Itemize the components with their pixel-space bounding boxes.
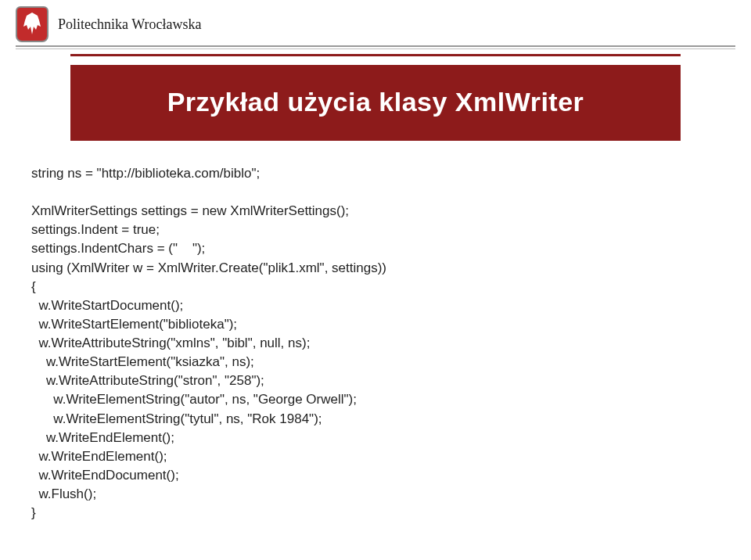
code-line: w.WriteElementString("autor", ns, "Georg… <box>31 390 720 409</box>
code-line: w.WriteEndDocument(); <box>31 466 720 485</box>
slide-title: Przykład użycia klasy XmlWriter <box>94 87 657 117</box>
university-logo <box>16 6 49 42</box>
page-header: Politechnika Wrocławska <box>0 0 751 45</box>
code-line: XmlWriterSettings settings = new XmlWrit… <box>31 202 720 221</box>
code-line: w.WriteStartDocument(); <box>31 296 720 315</box>
code-line: w.WriteAttributeString("stron", "258"); <box>31 372 720 390</box>
divider-top <box>16 45 735 47</box>
code-line: w.WriteEndElement(); <box>31 447 720 466</box>
code-line: w.WriteEndElement(); <box>31 429 720 447</box>
code-line: w.WriteElementString("tytul", ns, "Rok 1… <box>31 410 720 429</box>
university-name: Politechnika Wrocławska <box>58 16 201 33</box>
code-line: settings.Indent = true; <box>31 221 720 239</box>
eagle-icon <box>20 11 44 38</box>
code-line: w.WriteStartElement("biblioteka"); <box>31 315 720 334</box>
code-line: string ns = "http://biblioteka.com/biblo… <box>31 164 720 183</box>
code-line: { <box>31 278 720 296</box>
slide-content: string ns = "http://biblioteka.com/biblo… <box>0 141 751 522</box>
code-line: } <box>31 504 720 522</box>
code-line: using (XmlWriter w = XmlWriter.Create("p… <box>31 259 720 278</box>
divider-bottom <box>16 48 735 49</box>
code-line: w.WriteStartElement("ksiazka", ns); <box>31 353 720 372</box>
code-line: w.Flush(); <box>31 485 720 504</box>
slide-title-band: Przykład użycia klasy XmlWriter <box>70 65 681 141</box>
code-line: w.WriteAttributeString("xmlns", "bibl", … <box>31 334 720 353</box>
code-line: settings.IndentChars = (" "); <box>31 239 720 258</box>
